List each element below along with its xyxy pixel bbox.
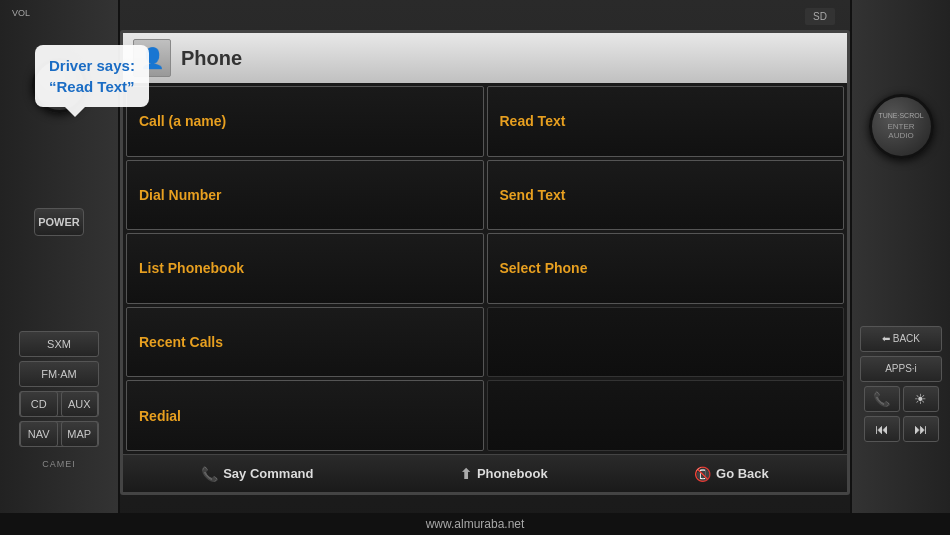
go-back-icon: 📵 <box>694 466 711 482</box>
map-button[interactable]: MAP <box>61 421 99 447</box>
sd-slot-label: SD <box>805 8 835 25</box>
list-phonebook-button[interactable]: List Phonebook <box>126 233 484 304</box>
apps-button[interactable]: APPS·i <box>860 356 942 382</box>
next-track-button[interactable]: ⏭ <box>903 416 939 442</box>
car-unit: Driver says: “Read Text” SD VOL POWER SX… <box>0 0 950 535</box>
say-command-icon: 📞 <box>201 466 218 482</box>
phone-call-button[interactable]: 📞 <box>864 386 900 412</box>
camera-label: CAMEI <box>19 451 99 477</box>
fmam-button[interactable]: FM·AM <box>19 361 99 387</box>
phonebook-button[interactable]: ⬆ Phonebook <box>460 466 548 482</box>
left-buttons-group: SXM FM·AM CD AUX NAV MAP CAMEI <box>5 331 113 477</box>
phone-brightness-row: 📞 ☀ <box>864 386 939 412</box>
back-button[interactable]: ⬅ BACK <box>860 326 942 352</box>
aux-button[interactable]: AUX <box>61 391 99 417</box>
sxm-button[interactable]: SXM <box>19 331 99 357</box>
select-phone-button[interactable]: Select Phone <box>487 233 845 304</box>
screen-header: 👤 Phone <box>123 33 847 83</box>
empty-slot-1 <box>487 307 845 378</box>
menu-grid: Call (a name) Read Text Dial Number Send… <box>123 83 847 454</box>
say-command-label: Say Command <box>223 466 313 481</box>
enter-label: ENTERAUDIO <box>887 122 914 140</box>
cd-button[interactable]: CD <box>20 391 58 417</box>
driver-tooltip: Driver says: “Read Text” <box>35 45 149 107</box>
redial-button[interactable]: Redial <box>126 380 484 451</box>
say-command-button[interactable]: 📞 Say Command <box>201 466 313 482</box>
send-text-button[interactable]: Send Text <box>487 160 845 231</box>
dial-number-button[interactable]: Dial Number <box>126 160 484 231</box>
tune-scroll-knob[interactable]: TUNE·SCROL ENTERAUDIO <box>869 94 934 159</box>
phonebook-icon: ⬆ <box>460 466 472 482</box>
recent-calls-button[interactable]: Recent Calls <box>126 307 484 378</box>
right-buttons-group: ⬅ BACK APPS·i 📞 ☀ ⏮ ⏭ <box>857 326 945 442</box>
tooltip-line2: “Read Text” <box>49 76 135 97</box>
right-panel: TUNE·SCROL ENTERAUDIO ⬅ BACK APPS·i 📞 ☀ … <box>850 0 950 535</box>
empty-slot-2 <box>487 380 845 451</box>
tune-scroll-label: TUNE·SCROL <box>878 112 923 120</box>
read-text-button[interactable]: Read Text <box>487 86 845 157</box>
nav-map-row: NAV MAP <box>19 421 99 447</box>
screen-title: Phone <box>181 47 242 70</box>
phonebook-label: Phonebook <box>477 466 548 481</box>
track-buttons: ⏮ ⏭ <box>864 416 939 442</box>
vol-label: VOL <box>12 8 30 18</box>
tooltip-line1: Driver says: <box>49 55 135 76</box>
power-button[interactable]: POWER <box>34 208 84 236</box>
call-name-button[interactable]: Call (a name) <box>126 86 484 157</box>
watermark-bar: www.almuraba.net <box>0 513 950 535</box>
go-back-button[interactable]: 📵 Go Back <box>694 466 769 482</box>
center-screen: 👤 Phone Call (a name) Read Text Dial Num… <box>120 30 850 495</box>
screen-bottom-bar: 📞 Say Command ⬆ Phonebook 📵 Go Back <box>123 454 847 492</box>
cd-aux-row: CD AUX <box>19 391 99 417</box>
go-back-label: Go Back <box>716 466 769 481</box>
watermark-text: www.almuraba.net <box>426 517 525 531</box>
prev-track-button[interactable]: ⏮ <box>864 416 900 442</box>
brightness-button[interactable]: ☀ <box>903 386 939 412</box>
nav-button[interactable]: NAV <box>20 421 58 447</box>
